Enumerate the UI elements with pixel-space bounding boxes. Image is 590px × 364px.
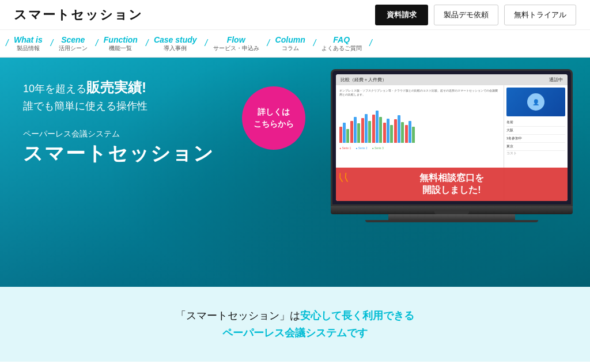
chart-bar <box>412 127 415 143</box>
chart-bar <box>401 122 404 143</box>
header-buttons: 資料請求 製品デモ依頼 無料トライアル <box>375 5 576 25</box>
bottom-text1-accent: 安心して長く利用できる <box>300 310 414 321</box>
banner-line1: 無料相談窓口を <box>341 172 563 184</box>
participant-item: 東京 <box>506 143 565 151</box>
nav-en-function: Function <box>104 35 138 45</box>
laptop-stand <box>388 214 515 220</box>
chart-bar <box>365 114 368 143</box>
screen-description: オンプレミス版・ソフスクリプション等・クラウド版との比較のコスト比较。起その近所… <box>339 89 500 97</box>
nav-item-what-is[interactable]: What is 製品情報 <box>6 33 51 54</box>
chart-bar-group <box>394 115 404 143</box>
nav-ja-what-is: 製品情報 <box>17 45 40 52</box>
participant-item: 大阪 <box>506 127 565 135</box>
request-materials-button[interactable]: 資料請求 <box>375 5 428 25</box>
nav-en-scene: Scene <box>61 35 85 45</box>
participant-item: 名前 <box>506 119 565 127</box>
nav-ja-scene: 活用シーン <box>59 45 88 52</box>
nav-item-scene[interactable]: Scene 活用シーン <box>51 33 96 54</box>
chart-bar <box>390 125 393 143</box>
chart-bar <box>409 121 411 143</box>
chart-bar <box>394 119 397 143</box>
participant-list: 名前 大阪 3名参加中 東京 コスト <box>506 119 565 156</box>
navigation: What is 製品情報 Scene 活用シーン Function 機能一覧 C… <box>0 30 590 58</box>
nav-ja-flow: サービス・申込み <box>213 45 259 52</box>
nav-item-column[interactable]: Column コラム <box>267 33 313 54</box>
arrows-decoration: ⟩ ⟩ <box>339 171 348 184</box>
free-trial-button[interactable]: 無料トライアル <box>504 5 576 25</box>
chart-bar <box>361 118 364 143</box>
nav-ja-case-study: 導入事例 <box>164 45 187 52</box>
chart-bar <box>368 121 371 143</box>
header: スマートセッション 資料請求 製品デモ依頼 無料トライアル <box>0 0 590 30</box>
hero-cta-circle[interactable]: 詳しくはこちらから <box>242 86 305 150</box>
chart-bar-group <box>405 121 415 143</box>
cta-circle-text: 詳しくはこちらから <box>254 106 294 130</box>
chart-bar <box>387 119 389 143</box>
logo: スマートセッション <box>14 6 143 24</box>
tagline1-prefix: 10年を超える <box>23 83 86 94</box>
chart-bar-group <box>339 123 349 143</box>
bottom-text1-prefix: 「スマートセッション」は <box>176 310 300 321</box>
bottom-section: 「スマートセッション」は安心して長く利用できる ペーパーレス会議システムです <box>0 287 590 362</box>
nav-en-case-study: Case study <box>154 35 197 45</box>
chart-bar-group <box>383 119 393 143</box>
chart-bar <box>379 117 382 143</box>
bottom-text2: ペーパーレス会議システムです <box>222 326 368 340</box>
laptop-foot <box>365 220 538 222</box>
nav-item-flow[interactable]: Flow サービス・申込み <box>205 33 267 54</box>
chart-bar <box>398 115 400 143</box>
laptop-screen: 比較（経費＋人件費） 通話中 オンプレミス版・ソフスクリプション等・クラウド版と… <box>331 69 573 206</box>
hero-section: 10年を超える販売実績! 誰でも簡単に使える操作性 ペーパーレス会議システム ス… <box>0 58 590 287</box>
chart-bar <box>339 127 342 143</box>
nav-en-faq: FAQ <box>333 35 350 45</box>
chart-bar-group <box>372 111 382 143</box>
chart-bar <box>357 123 360 143</box>
chart-bar <box>350 121 353 143</box>
chart-bar <box>343 123 346 143</box>
video-thumbnail: 👤 <box>506 88 565 116</box>
bottom-text1: 「スマートセッション」は安心して長く利用できる <box>176 309 414 323</box>
chart-bar <box>372 115 375 143</box>
laptop-screen-inner: 比較（経費＋人件費） 通話中 オンプレミス版・ソフスクリプション等・クラウド版と… <box>336 74 568 201</box>
chart-bar <box>376 111 379 143</box>
chart-bar <box>354 117 357 143</box>
chart-bar-group <box>350 117 360 143</box>
laptop-base <box>331 206 573 214</box>
chart-bar <box>383 123 386 143</box>
nav-item-case-study[interactable]: Case study 導入事例 <box>146 33 205 54</box>
demo-button[interactable]: 製品デモ依頼 <box>434 5 498 25</box>
screen-status: 通話中 <box>549 77 563 83</box>
nav-en-flow: Flow <box>227 35 245 45</box>
nav-en-what-is: What is <box>14 35 43 45</box>
nav-item-faq[interactable]: FAQ よくあるご質問 <box>313 33 370 54</box>
screen-title-text: 比較（経費＋人件費） <box>341 77 387 83</box>
nav-item-function[interactable]: Function 機能一覧 <box>96 33 146 54</box>
chart-bar <box>405 125 408 143</box>
bar-chart <box>339 99 500 145</box>
chart-bar-group <box>361 114 371 143</box>
nav-ja-faq: よくあるご質問 <box>322 45 362 52</box>
nav-en-column: Column <box>275 35 305 45</box>
nav-ja-column: コラム <box>282 45 299 52</box>
chart-bar <box>346 129 349 143</box>
nav-ja-function: 機能一覧 <box>109 45 132 52</box>
banner-line2: 開設しました! <box>341 184 563 196</box>
laptop-mockup: 比較（経費＋人件費） 通話中 オンプレミス版・ソフスクリプション等・クラウド版と… <box>331 69 573 222</box>
participant-item: 3名参加中 <box>506 135 565 143</box>
laptop-banner: 無料相談窓口を 開設しました! <box>336 168 568 201</box>
screen-header: 比較（経費＋人件費） 通話中 <box>336 74 568 85</box>
tagline1-bold: 販売実績! <box>86 79 146 95</box>
